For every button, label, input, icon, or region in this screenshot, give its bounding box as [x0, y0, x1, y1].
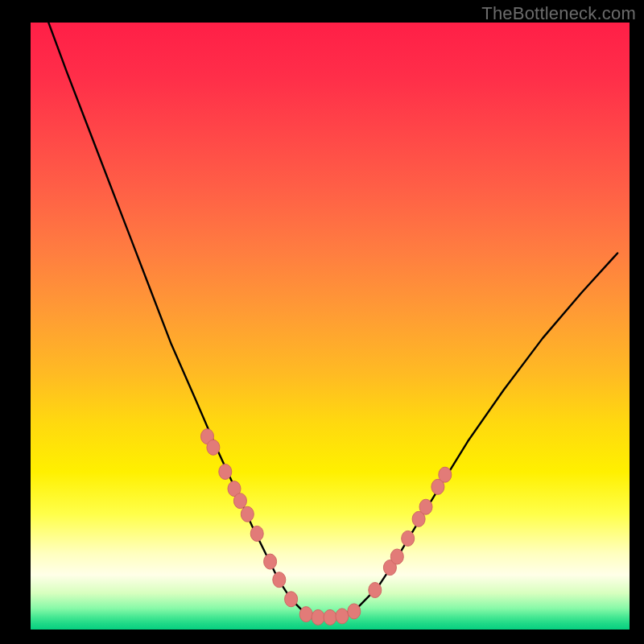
data-marker — [233, 493, 246, 509]
data-marker — [369, 583, 382, 598]
data-marker — [402, 530, 415, 546]
data-marker — [439, 467, 452, 482]
data-marker — [299, 607, 312, 622]
data-marker — [219, 464, 232, 480]
bottleneck-curve — [48, 23, 617, 617]
data-marker — [207, 440, 220, 455]
data-marker — [348, 604, 361, 619]
data-marker — [241, 506, 254, 522]
data-marker — [336, 609, 349, 624]
data-marker — [419, 499, 432, 514]
curve-layer — [48, 23, 617, 617]
data-marker — [285, 592, 298, 607]
chart-svg — [31, 23, 630, 630]
data-marker — [250, 526, 263, 541]
chart-frame: TheBottleneck.com — [0, 0, 644, 644]
data-marker — [312, 609, 324, 625]
marker-layer — [201, 429, 452, 625]
data-marker — [390, 549, 403, 564]
plot-area — [31, 23, 630, 630]
watermark-text: TheBottleneck.com — [481, 3, 636, 24]
data-marker — [264, 554, 277, 569]
data-marker — [324, 609, 336, 625]
data-marker — [273, 572, 286, 588]
